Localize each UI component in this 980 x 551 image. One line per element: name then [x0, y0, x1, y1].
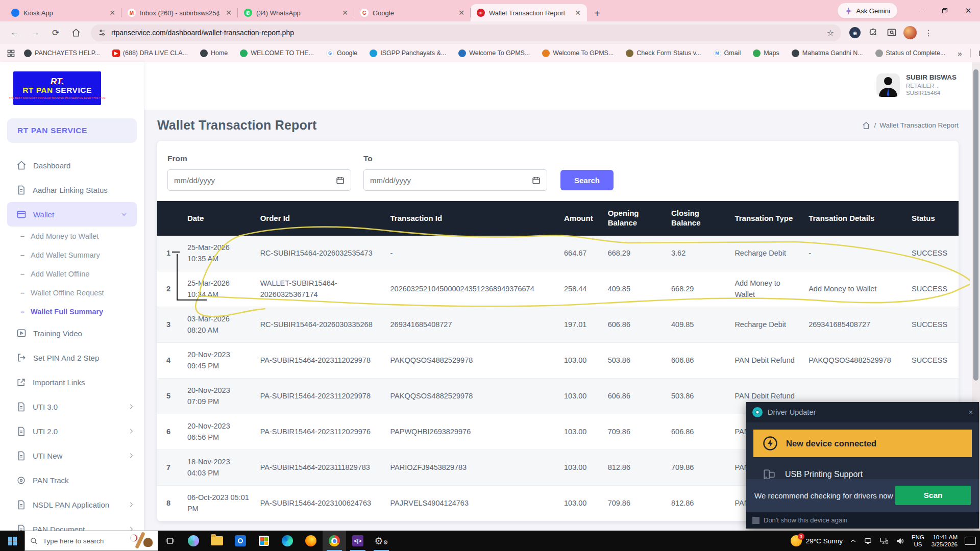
user-role[interactable]: RETAILER ⌄	[906, 82, 957, 89]
taskbar-search-box[interactable]: Type here to search	[24, 531, 158, 551]
browser-tab[interactable]: MInbox (260) - subirbsws25@gm✕	[121, 4, 238, 21]
edge-icon[interactable]	[276, 531, 299, 551]
to-date-input[interactable]: mm/dd/yyyy	[363, 169, 547, 191]
tab-close-icon[interactable]: ✕	[573, 9, 583, 17]
sidebar-item-set-pin-and-2-step[interactable]: Set PIN And 2 Step	[0, 345, 144, 370]
sidebar-item-uti-3-0[interactable]: UTI 3.0	[0, 394, 144, 419]
new-tab-button[interactable]: +	[587, 8, 607, 21]
extension-e-icon[interactable]: e	[847, 25, 863, 40]
home-breadcrumb-icon[interactable]	[862, 121, 870, 130]
copilot-icon[interactable]	[182, 531, 205, 551]
bookmark-item[interactable]: Home	[200, 49, 228, 57]
firefox-icon[interactable]	[299, 531, 323, 551]
search-button[interactable]: Search	[560, 170, 614, 190]
sidebar-subitem-add-wallet-summary[interactable]: –Add Wallet Summary	[0, 245, 144, 264]
sidebar-subitem-wallet-offline-request[interactable]: –Wallet Offline Request	[0, 283, 144, 302]
weather-widget[interactable]: 3 29°C Sunny	[791, 535, 843, 546]
bookmark-item[interactable]: Maps	[753, 49, 779, 57]
sidebar-subitem-wallet-full-summary[interactable]: –Wallet Full Summary	[0, 302, 144, 321]
url-text[interactable]: rtpanservice.com/dashboard/wallet-transa…	[111, 29, 294, 37]
bookmark-item[interactable]: Status of Complete...	[875, 49, 946, 57]
sidebar-item-important-links[interactable]: Important Links	[0, 370, 144, 394]
address-bar[interactable]: rtpanservice.com/dashboard/wallet-transa…	[91, 24, 841, 41]
external-icon	[16, 378, 26, 387]
window-restore-button[interactable]	[933, 0, 957, 21]
sidebar-item-pan-document[interactable]: PAN Document	[0, 517, 144, 531]
tray-expand-chevron-icon[interactable]	[850, 538, 856, 544]
browser-tab[interactable]: RTWallet Transaction Report✕	[471, 4, 587, 21]
table-cell: 709.86	[603, 485, 666, 521]
bookmark-item[interactable]: ▶(688) DRA LIVE CLA...	[112, 49, 188, 57]
outlook-icon[interactable]	[229, 531, 252, 551]
devtools-icon[interactable]: <|>	[346, 531, 370, 551]
side-panel-search-icon[interactable]	[884, 25, 899, 40]
user-menu[interactable]: SUBIR BISWAS RETAILER ⌄ SUBIR15464	[876, 73, 957, 97]
browser-tab[interactable]: GGoogle✕	[354, 4, 471, 21]
calendar-icon[interactable]	[532, 176, 541, 185]
network-icon[interactable]	[879, 537, 889, 545]
sidebar-item-wallet[interactable]: Wallet	[7, 202, 137, 227]
bookmarks-overflow-chevron[interactable]: »	[958, 49, 962, 58]
tab-close-icon[interactable]: ✕	[340, 9, 350, 17]
volume-icon[interactable]	[896, 537, 904, 545]
popup-title-bar[interactable]: Driver Updater ×	[746, 402, 979, 422]
sidebar-item-training-video[interactable]: Training Video	[0, 321, 144, 345]
apps-grid-icon[interactable]	[7, 49, 15, 57]
popup-close-icon[interactable]: ×	[969, 408, 973, 416]
store-icon[interactable]	[252, 531, 276, 551]
back-icon[interactable]: ←	[6, 24, 23, 41]
bookmark-item[interactable]: ISGPP Panchayats &...	[370, 49, 446, 57]
scan-button[interactable]: Scan	[895, 486, 971, 505]
browser-tab[interactable]: Kiosk App✕	[5, 4, 121, 21]
profile-avatar[interactable]	[902, 25, 918, 40]
bookmark-item[interactable]: Welcome To GPMS...	[458, 49, 530, 57]
dont-show-checkbox[interactable]	[752, 517, 760, 524]
bookmark-item[interactable]: MGmail	[714, 49, 741, 57]
bookmark-item[interactable]: Mahatma Gandhi N...	[792, 49, 863, 57]
bookmark-star-icon[interactable]: ☆	[827, 28, 834, 38]
sidebar-item-uti-new[interactable]: UTI New	[0, 443, 144, 468]
language-indicator[interactable]: ENG US	[912, 534, 924, 548]
forward-icon[interactable]: →	[27, 24, 44, 41]
ask-gemini-button[interactable]: Ask Gemini	[838, 3, 897, 18]
action-center-icon[interactable]	[965, 537, 976, 545]
tab-close-icon[interactable]: ✕	[107, 9, 117, 17]
sidebar-item-aadhar-linking-status[interactable]: Aadhar Linking Status	[0, 178, 144, 202]
explorer-icon[interactable]	[205, 531, 229, 551]
file-icon	[16, 402, 26, 412]
chrome-icon[interactable]	[323, 531, 346, 551]
site-settings-icon[interactable]	[98, 29, 106, 37]
column-header: Opening Balance	[603, 201, 666, 236]
tab-close-icon[interactable]: ✕	[456, 9, 467, 17]
sidebar-subitem-add-wallet-offline[interactable]: –Add Wallet Offline	[0, 264, 144, 283]
window-minimize-button[interactable]: –	[910, 0, 933, 21]
sidebar-subitem-add-money-to-wallet[interactable]: –Add Money to Wallet	[0, 227, 144, 245]
extensions-puzzle-icon[interactable]	[866, 25, 881, 40]
taskbar-clock[interactable]: 10:41 AM 3/25/2026	[932, 534, 958, 548]
google-icon: G	[326, 49, 334, 57]
from-date-input[interactable]: mm/dd/yyyy	[167, 169, 351, 191]
bookmark-item[interactable]: Welcome To GPMS...	[542, 49, 614, 57]
onedrive-sync-icon[interactable]	[864, 537, 872, 545]
bookmark-item[interactable]: GGoogle	[326, 49, 357, 57]
reload-icon[interactable]: ⟳	[47, 24, 64, 41]
bookmark-item[interactable]: Check Form Status v...	[626, 49, 701, 57]
sidebar-item-nsdl-pan-application[interactable]: NSDL PAN Application	[0, 492, 144, 517]
settings-icon[interactable]: ⚙⚙	[370, 531, 393, 551]
sidebar-item-dashboard[interactable]: Dashboard	[0, 153, 144, 178]
start-button[interactable]	[0, 531, 24, 551]
browser-menu-icon[interactable]: ⋮	[921, 25, 936, 40]
rt-pan-service-logo[interactable]: RT. RT PAN SERVICE THE BEST AND MOST POP…	[13, 71, 101, 105]
page-scrollbar-thumb[interactable]	[973, 69, 978, 381]
tab-close-icon[interactable]: ✕	[224, 9, 234, 17]
sidebar-item-pan-track[interactable]: PAN Track	[0, 468, 144, 492]
window-close-button[interactable]: ✕	[957, 0, 980, 21]
calendar-icon[interactable]	[336, 176, 345, 185]
bookmark-item[interactable]: PANCHAYETS HELP...	[24, 49, 100, 57]
sidebar-item-uti-2-0[interactable]: UTI 2.0	[0, 419, 144, 443]
browser-tab[interactable]: ✆(34) WhatsApp✕	[238, 4, 354, 21]
bookmark-item[interactable]: WELCOME TO THE...	[240, 49, 314, 57]
home-icon[interactable]	[67, 24, 85, 41]
task-view-icon[interactable]	[158, 531, 182, 551]
search-highlight-doodle[interactable]	[129, 533, 153, 549]
